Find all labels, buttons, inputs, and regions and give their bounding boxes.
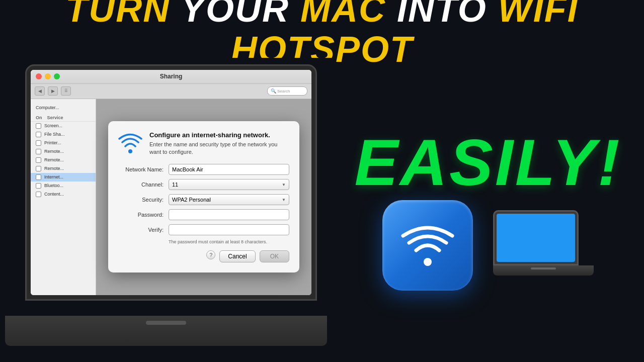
right-panel: EASILY! [332,58,644,362]
wifi-3d-icon [382,200,473,291]
forward-button[interactable]: ▶ [48,86,58,96]
back-button[interactable]: ◀ [35,86,45,96]
content-label: Content... [44,192,64,197]
icons-row [382,200,594,291]
laptop-icon-screen [493,210,579,265]
computer-name-row: Computer... [31,103,96,114]
ok-button[interactable]: OK [260,250,289,262]
fileshare-checkbox[interactable] [36,132,41,137]
easily-text: EASILY! [354,130,621,195]
internet-checkbox[interactable] [36,174,41,180]
security-value: WPA2 Personal [172,197,211,203]
remote2-checkbox[interactable] [36,157,41,163]
service-col-header: Service [47,115,63,120]
bluetooth-checkbox[interactable] [36,183,41,189]
laptop-icon-base [493,265,594,276]
screen-checkbox[interactable] [36,123,41,129]
dialog-header: Configure an internet-sharing network. E… [118,131,289,156]
service-item-bluetooth[interactable]: Bluetoo... [31,182,96,190]
traffic-lights [36,73,60,79]
network-name-row: Network Name: [118,164,289,175]
title-mac: MAC [300,0,397,29]
dialog-overlay: Configure an internet-sharing network. E… [96,99,311,295]
wifi-svg-small [118,131,142,155]
wifi-3d-bg [382,200,473,291]
screen-label: Screen... [44,123,62,128]
laptop-icon-right [493,210,594,291]
dialog-title: Configure an internet-sharing network. [149,131,289,139]
service-item-remote2[interactable]: Remote... [31,156,96,164]
fileshare-label: File Sha... [44,132,65,137]
password-row: Password: [118,209,289,220]
wifi-icon-svg [400,218,455,273]
content-area: Computer... On Service Screen... [31,99,311,295]
service-item-remote1[interactable]: Remote... [31,147,96,156]
configure-dialog: Configure an internet-sharing network. E… [108,121,299,273]
on-col-header: On [36,115,42,120]
printer-label: Printer... [44,140,61,145]
security-row: Security: WPA2 Personal ▼ [118,194,289,205]
password-input[interactable] [169,209,289,220]
service-list-header: On Service [31,114,96,122]
search-icon: 🔍 [271,88,276,94]
grid-button[interactable]: ⠿ [61,86,71,96]
password-label: Password: [118,212,169,218]
laptop-screen-outer: Sharing ◀ ▶ ⠿ 🔍 Search [25,64,317,301]
macos-titlebar: Sharing [31,70,311,84]
laptop-base [5,316,327,346]
laptop-icon-screen-display [497,214,575,262]
dialog-buttons: ? Cancel OK [118,250,289,262]
close-button[interactable] [36,73,42,79]
search-placeholder: Search [277,89,290,94]
security-select[interactable]: WPA2 Personal ▼ [169,194,289,205]
channel-select[interactable]: 11 ▼ [169,179,289,190]
bluetooth-label: Bluetoo... [44,183,63,188]
dialog-subtitle: Enter the name and security type of the … [149,141,289,156]
channel-arrow: ▼ [282,183,286,187]
svg-point-0 [128,149,132,153]
remote2-label: Remote... [44,157,64,162]
maximize-button[interactable] [54,73,60,79]
sidebar: Computer... On Service Screen... [31,99,96,295]
title-turn: TURN [65,0,181,29]
computer-label: Computer... [36,105,59,110]
laptop-screen-inner: Sharing ◀ ▶ ⠿ 🔍 Search [31,70,311,295]
cancel-button[interactable]: Cancel [219,250,255,262]
channel-label: Channel: [118,182,169,188]
main-content: Configure an internet-sharing network. E… [96,99,311,295]
verify-label: Verify: [118,227,169,233]
title-bar: TURN YOUR MAC INTO WIFI HOTSPOT [0,0,644,58]
network-name-input[interactable] [169,164,289,175]
service-item-remote3[interactable]: Remote... [31,164,96,173]
content-checkbox[interactable] [36,192,41,197]
printer-checkbox[interactable] [36,140,41,146]
left-panel: Sharing ◀ ▶ ⠿ 🔍 Search [0,58,332,362]
service-item-printer[interactable]: Printer... [31,139,96,147]
verify-row: Verify: [118,224,289,235]
internet-label: Internet... [44,174,63,179]
verify-input[interactable] [169,224,289,235]
channel-row: Channel: 11 ▼ [118,179,289,190]
wifi-icon-dialog [118,131,142,155]
service-item-content[interactable]: Content... [31,190,96,199]
remote3-label: Remote... [44,166,64,171]
security-arrow: ▼ [282,198,286,202]
help-button[interactable]: ? [206,250,215,259]
dialog-text: Configure an internet-sharing network. E… [149,131,289,156]
minimize-button[interactable] [45,73,51,79]
remote3-checkbox[interactable] [36,166,41,171]
service-item-screen[interactable]: Screen... [31,122,96,130]
service-item-fileshare[interactable]: File Sha... [31,130,96,139]
service-item-internet[interactable]: Internet... [31,173,96,182]
channel-value: 11 [172,182,178,188]
password-hint: The password must contain at least 8 cha… [169,239,289,244]
laptop: Sharing ◀ ▶ ⠿ 🔍 Search [5,64,327,356]
security-label: Security: [118,197,169,203]
toolbar: ◀ ▶ ⠿ 🔍 Search [31,84,311,99]
title-into: INTO [397,0,498,29]
network-name-label: Network Name: [118,166,169,172]
title-your: YOUR [181,0,300,29]
remote1-checkbox[interactable] [36,149,41,154]
search-bar[interactable]: 🔍 Search [267,86,307,96]
remote1-label: Remote... [44,149,64,154]
